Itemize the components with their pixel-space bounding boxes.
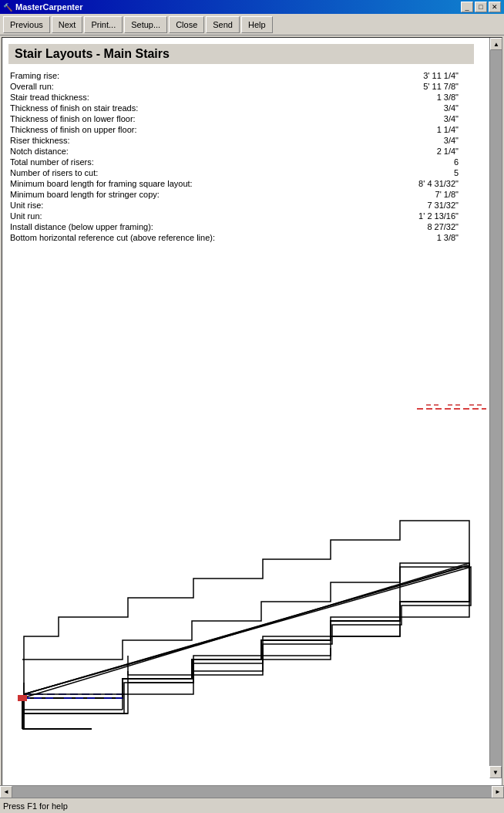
row-value: 3/4": [374, 103, 474, 113]
page-title: Stair Layouts - Main Stairs: [8, 44, 474, 64]
vertical-scrollbar[interactable]: ▲ ▼: [489, 38, 502, 778]
svg-line-10: [22, 563, 469, 698]
row-value: 1 3/8": [374, 232, 474, 243]
row-label: Stair tread thickness:: [8, 92, 374, 103]
row-label: Unit run:: [8, 211, 374, 221]
row-label: Thickness of finish on lower floor:: [8, 113, 374, 124]
status-text: Press F1 for help: [3, 801, 68, 811]
row-label: Total number of risers:: [8, 157, 374, 167]
horizontal-scrollbar-container: ◄ ►: [0, 785, 504, 798]
row-value: 1 3/8": [374, 92, 474, 103]
table-row: Thickness of finish on stair treads: 3/4…: [8, 103, 474, 113]
row-label: Notch distance:: [8, 146, 374, 157]
scroll-track[interactable]: [490, 50, 502, 778]
table-row: Minimum board length for framing square …: [8, 178, 474, 189]
table-row: Minimum board length for stringer copy: …: [8, 189, 474, 200]
stair-diagram: [8, 266, 474, 713]
table-row: Number of risers to cut: 5: [8, 167, 474, 178]
status-bar: Press F1 for help: [0, 798, 504, 813]
row-label: Unit rise:: [8, 200, 374, 211]
table-row: Total number of risers: 6: [8, 157, 474, 167]
row-value: 1 1/4": [374, 124, 474, 135]
table-row: Notch distance: 2 1/4": [8, 146, 474, 157]
window-controls: _ □ ✕: [461, 2, 501, 12]
table-row: Riser thickness: 3/4": [8, 135, 474, 146]
row-value: 5' 11 7/8": [374, 81, 474, 92]
row-label: Number of risers to cut:: [8, 167, 374, 178]
horizontal-scrollbar[interactable]: ◄ ►: [0, 785, 504, 798]
row-label: Overall run:: [8, 81, 374, 92]
svg-rect-18: [18, 695, 27, 701]
hscroll-track[interactable]: [12, 786, 492, 798]
setup-button[interactable]: Setup...: [124, 16, 167, 33]
maximize-button[interactable]: □: [475, 2, 487, 12]
row-value: 2 1/4": [374, 146, 474, 157]
data-table: Framing rise: 3' 11 1/4" Overall run: 5'…: [8, 70, 474, 243]
row-label: Riser thickness:: [8, 135, 374, 146]
row-label: Thickness of finish on upper floor:: [8, 124, 374, 135]
title-bar: 🔨 MasterCarpenter _ □ ✕: [0, 0, 504, 14]
scroll-right-arrow[interactable]: ►: [492, 786, 504, 798]
table-row: Framing rise: 3' 11 1/4": [8, 70, 474, 81]
table-row: Stair tread thickness: 1 3/8": [8, 92, 474, 103]
help-button[interactable]: Help: [241, 16, 273, 33]
table-row: Overall run: 5' 11 7/8": [8, 81, 474, 92]
row-value: 6: [374, 157, 474, 167]
table-row: Bottom horizontal reference cut (above r…: [8, 232, 474, 243]
table-row: Install distance (below upper framing): …: [8, 221, 474, 232]
print-button[interactable]: Print...: [84, 16, 123, 33]
row-value: 8 27/32": [374, 221, 474, 232]
main-area: ▲ ▼ Stair Layouts - Main Stairs Framing …: [2, 37, 502, 790]
close-button[interactable]: ✕: [489, 2, 501, 12]
row-value: 3/4": [374, 113, 474, 124]
send-button[interactable]: Send: [206, 16, 240, 33]
table-row: Thickness of finish on lower floor: 3/4": [8, 113, 474, 124]
row-value: 3/4": [374, 135, 474, 146]
app-icon: 🔨: [3, 3, 12, 12]
next-button[interactable]: Next: [52, 16, 83, 33]
row-value: 5: [374, 167, 474, 178]
scroll-left-arrow[interactable]: ◄: [0, 786, 12, 798]
close-button-toolbar[interactable]: Close: [169, 16, 204, 33]
row-value: 7 31/32": [374, 200, 474, 211]
row-label: Thickness of finish on stair treads:: [8, 103, 374, 113]
row-value: 7' 1/8": [374, 189, 474, 200]
toolbar: Previous Next Print... Setup... Close Se…: [0, 14, 504, 35]
row-label: Minimum board length for stringer copy:: [8, 189, 374, 200]
scroll-up-arrow[interactable]: ▲: [490, 38, 502, 50]
table-row: Thickness of finish on upper floor: 1 1/…: [8, 124, 474, 135]
previous-button[interactable]: Previous: [3, 16, 50, 33]
stair-diagram-main: [8, 266, 486, 737]
row-label: Minimum board length for framing square …: [8, 178, 374, 189]
table-row: Unit rise: 7 31/32": [8, 200, 474, 211]
row-label: Install distance (below upper framing):: [8, 221, 374, 232]
app-title: MasterCarpenter: [15, 2, 82, 12]
minimize-button[interactable]: _: [461, 2, 473, 12]
row-value: 8' 4 31/32": [374, 178, 474, 189]
row-value: 3' 11 1/4": [374, 70, 474, 81]
row-label: Framing rise:: [8, 70, 374, 81]
scroll-down-arrow[interactable]: ▼: [489, 766, 502, 778]
row-value: 1' 2 13/16": [374, 211, 474, 221]
row-label: Bottom horizontal reference cut (above r…: [8, 232, 374, 243]
content-area: Stair Layouts - Main Stairs Framing rise…: [2, 38, 489, 720]
table-row: Unit run: 1' 2 13/16": [8, 211, 474, 221]
